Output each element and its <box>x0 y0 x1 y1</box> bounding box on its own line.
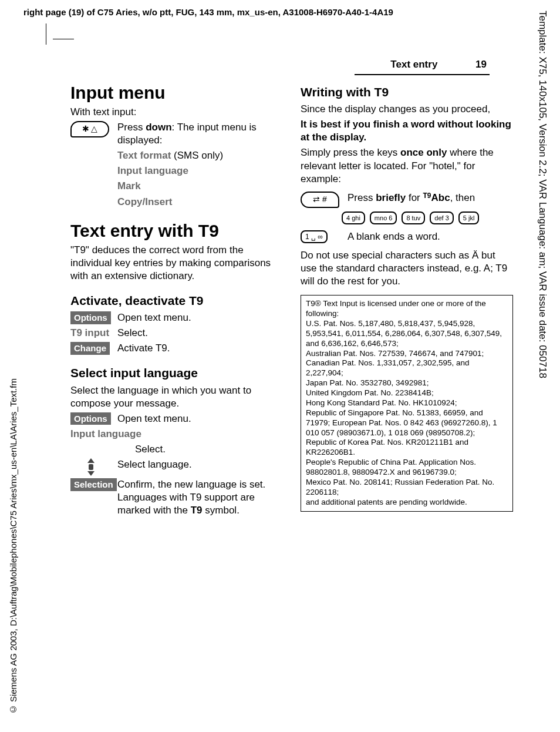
key-6: mno 6 <box>370 211 397 224</box>
change-softkey: Change <box>70 342 110 355</box>
selection-softkey: Selection <box>70 478 117 491</box>
heading-activate: Activate, deactivate T9 <box>70 293 283 308</box>
press-down-text: Press down: The input menu is displayed: <box>117 121 283 147</box>
heading-select-lang: Select input language <box>70 365 283 380</box>
side-sourcefile-text: © Siemens AG 2003, D:\Auftrag\Mobilephon… <box>8 378 20 714</box>
key-8: 8 tuv <box>402 211 425 224</box>
menu-input-language: Input language <box>117 164 283 177</box>
blank-desc: A blank ends a word. <box>348 230 513 243</box>
change-desc: Activate T9. <box>117 342 283 355</box>
key-1-space: 1 ␣ ∞ <box>301 230 328 243</box>
head-rule <box>355 74 490 75</box>
nav-updown-icon <box>86 458 96 476</box>
svg-rect-1 <box>89 464 93 470</box>
legal-box: T9® Text Input is licensed under one or … <box>301 295 513 511</box>
lang-desc: Select the language in which you want to… <box>70 384 283 410</box>
t9-description: "T9" deduces the correct word from the i… <box>70 244 283 283</box>
input-lang-label: Input language <box>70 428 141 441</box>
selection-desc: Confirm, the new language is set. Langua… <box>117 478 283 517</box>
heading-t9: Text entry with T9 <box>70 220 283 241</box>
press-briefly-text: Press briefly for T9Abc, then <box>348 192 513 204</box>
side-template-text: Template: X75, 140x105, Version 2.2; VAR… <box>537 11 548 457</box>
right-column: Writing with T9 Since the display change… <box>301 82 513 714</box>
options-softkey-2: Options <box>70 412 111 425</box>
key-4: 4 ghi <box>342 211 365 224</box>
running-head: Text entry 19 <box>390 59 487 70</box>
legal-text: T9® Text Input is licensed under one or … <box>306 299 508 507</box>
menu-text-format: Text format (SMS only) <box>117 149 283 162</box>
header-info: right page (19) of C75 Aries, w/o ptt, F… <box>23 7 507 17</box>
heading-input-menu: Input menu <box>70 82 283 103</box>
proceed-text: Since the display changes as you proceed… <box>301 103 513 116</box>
simply-text: Simply press the keys once only where th… <box>301 146 513 185</box>
page-body: Text entry 19 Input menu With text input… <box>70 59 513 714</box>
menu-copy-insert: Copy/Insert <box>117 196 283 209</box>
header-rest: of C75 Aries, w/o ptt, FUG, 143 mm, mx_u… <box>84 7 393 17</box>
best-text: It is best if you finish a word without … <box>301 118 513 144</box>
options2-desc: Open text menu. <box>117 412 283 425</box>
special-chars-text: Do not use special characters such as Ä … <box>301 249 513 288</box>
heading-writing-t9: Writing with T9 <box>301 85 513 99</box>
svg-marker-2 <box>87 471 95 476</box>
key-5: 5 jkl <box>458 211 480 224</box>
input-lang-desc: Select. <box>135 443 283 456</box>
left-column: Input menu With text input: ✱ △ Press do… <box>70 82 283 714</box>
key-3: def 3 <box>430 211 453 224</box>
options-desc: Open text menu. <box>117 311 283 324</box>
key-sequence: 4 ghi mno 6 8 tuv def 3 5 jkl <box>342 211 513 224</box>
svg-marker-0 <box>87 458 95 463</box>
options-softkey: Options <box>70 311 111 324</box>
intro-text: With text input: <box>70 106 283 119</box>
hash-key-icon: ⇄ # <box>301 192 339 208</box>
page-number: 19 <box>475 59 487 70</box>
t9-input-label: T9 input <box>70 327 109 340</box>
section-title: Text entry <box>390 59 437 70</box>
t9-input-desc: Select. <box>117 327 283 340</box>
star-key-icon: ✱ △ <box>70 121 109 137</box>
header-prefix: right page (19) <box>23 7 84 17</box>
select-lang-desc: Select language. <box>117 458 283 471</box>
menu-mark: Mark <box>117 180 283 193</box>
